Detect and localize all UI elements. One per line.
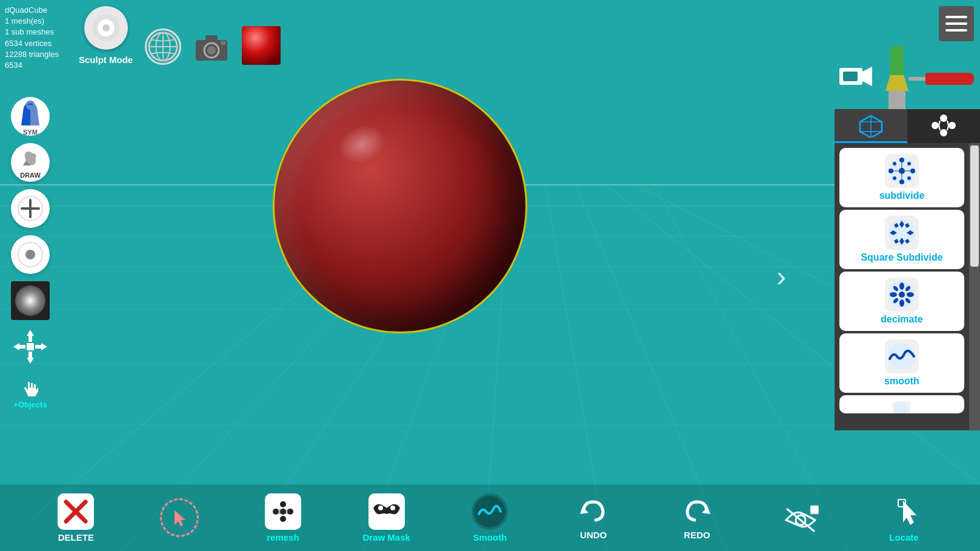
menu-line-1: [945, 16, 967, 18]
subdivide-item[interactable]: subdivide: [839, 148, 964, 207]
cursor-icon[interactable]: [160, 498, 199, 537]
hide-tool[interactable]: [776, 499, 825, 536]
undo-icon[interactable]: [578, 496, 609, 527]
extra-count: 6534: [5, 60, 59, 71]
draw-button[interactable]: DRAW: [11, 143, 50, 182]
svg-point-88: [907, 176, 911, 180]
dot-button[interactable]: [11, 235, 50, 274]
screenshot-tool[interactable]: [193, 28, 230, 65]
svg-point-72: [940, 115, 947, 122]
draw-mask-tool[interactable]: Draw Mask: [362, 493, 411, 543]
svg-line-75: [939, 121, 940, 125]
cursor-tool[interactable]: [155, 498, 204, 537]
camera-tools: [839, 46, 974, 112]
globe-tool[interactable]: [145, 28, 181, 65]
smooth-tool[interactable]: Smooth: [465, 493, 514, 543]
svg-point-41: [25, 250, 35, 259]
remesh-tool[interactable]: remesh: [259, 493, 307, 543]
svg-point-21: [102, 24, 110, 32]
scroll-thumb[interactable]: [970, 145, 979, 267]
smooth-icon[interactable]: [472, 493, 508, 530]
smooth-panel-icon: [885, 339, 919, 373]
hide-icon[interactable]: [782, 499, 819, 536]
add-objects-button[interactable]: +Objects: [6, 373, 55, 412]
video-camera-icon[interactable]: [839, 64, 873, 94]
add-objects-label: +Objects: [13, 400, 47, 409]
draw-label: DRAW: [20, 172, 41, 179]
svg-rect-33: [843, 72, 858, 81]
svg-line-76: [939, 125, 940, 130]
sculpt-mode-tool[interactable]: Sculpt Mode: [79, 6, 133, 65]
material-thumbnail[interactable]: [242, 26, 281, 65]
svg-point-85: [893, 162, 896, 165]
left-sidebar: SYM DRAW: [6, 97, 55, 412]
svg-point-56: [280, 501, 286, 507]
add-button[interactable]: [11, 189, 50, 228]
locate-label: Locate: [889, 532, 918, 543]
tab-3d-operations[interactable]: [835, 109, 907, 143]
svg-point-82: [899, 179, 904, 184]
sculpt-mode-label: Sculpt Mode: [79, 55, 133, 65]
menu-line-2: [945, 22, 967, 25]
svg-marker-42: [27, 330, 34, 336]
material-tool[interactable]: [242, 26, 281, 65]
undo-tool[interactable]: UNDO: [569, 496, 618, 540]
globe-icon[interactable]: [145, 28, 181, 65]
mesh-count: 1 mesh(es): [5, 16, 59, 27]
transform-button[interactable]: [11, 327, 50, 366]
symmetry-button[interactable]: SYM: [11, 97, 50, 136]
svg-marker-46: [13, 343, 19, 350]
redo-tool[interactable]: REDO: [673, 496, 721, 540]
redo-icon[interactable]: [681, 496, 713, 527]
viewport: ›: [0, 0, 980, 551]
panel-scrollbar[interactable]: [969, 143, 980, 430]
delete-tool[interactable]: DELETE: [52, 493, 100, 543]
menu-button[interactable]: [939, 6, 974, 41]
sphere-object[interactable]: [273, 79, 527, 333]
subdivide-icon: [885, 154, 919, 188]
next-arrow[interactable]: ›: [776, 259, 786, 292]
extra-item[interactable]: [839, 395, 964, 413]
tab-nodes[interactable]: [907, 109, 980, 143]
delete-icon[interactable]: [58, 493, 94, 530]
panel-content: subdivide: [835, 143, 980, 430]
sub-meshes: 1 sub meshes: [5, 27, 59, 38]
svg-point-74: [948, 122, 956, 129]
bottom-toolbar: DELETE remesh: [0, 484, 980, 551]
brush-gradient-preview: [15, 286, 45, 316]
draw-mask-label: Draw Mask: [362, 532, 410, 543]
svg-point-95: [899, 299, 904, 307]
brush-icon: [90, 12, 122, 44]
sculpt-mode-icon[interactable]: [84, 6, 128, 50]
draw-mask-icon[interactable]: [368, 493, 405, 530]
svg-rect-29: [205, 35, 218, 41]
square-subdivide-icon: [885, 216, 919, 250]
svg-point-28: [207, 46, 216, 55]
3d-tools-group: [885, 46, 974, 112]
svg-point-63: [390, 506, 395, 510]
svg-marker-44: [27, 358, 34, 364]
svg-rect-69: [810, 506, 819, 514]
red-arrow-tool[interactable]: [908, 73, 974, 85]
svg-point-58: [280, 516, 286, 522]
svg-point-84: [910, 169, 915, 173]
subdivide-label: subdivide: [879, 190, 925, 201]
svg-line-77: [947, 121, 948, 125]
decimate-icon: [885, 278, 919, 312]
decimate-label: decimate: [881, 314, 922, 325]
svg-point-96: [890, 292, 897, 297]
locate-icon[interactable]: [886, 493, 922, 530]
sym-label: SYM: [23, 129, 38, 136]
smooth-panel-item[interactable]: smooth: [839, 333, 964, 393]
redo-label: REDO: [684, 530, 710, 540]
decimate-item[interactable]: decimate: [839, 272, 964, 331]
remesh-icon[interactable]: [265, 493, 301, 530]
undo-label: UNDO: [580, 530, 607, 540]
panel-items-list: subdivide: [835, 143, 969, 430]
camera-icon[interactable]: [193, 28, 230, 65]
smooth-panel-label: smooth: [884, 376, 919, 387]
cylinder-tool[interactable]: [885, 46, 908, 112]
square-subdivide-item[interactable]: Square Subdivide: [839, 210, 964, 269]
locate-tool[interactable]: Locate: [880, 493, 928, 543]
brush-texture-button[interactable]: [11, 281, 50, 320]
